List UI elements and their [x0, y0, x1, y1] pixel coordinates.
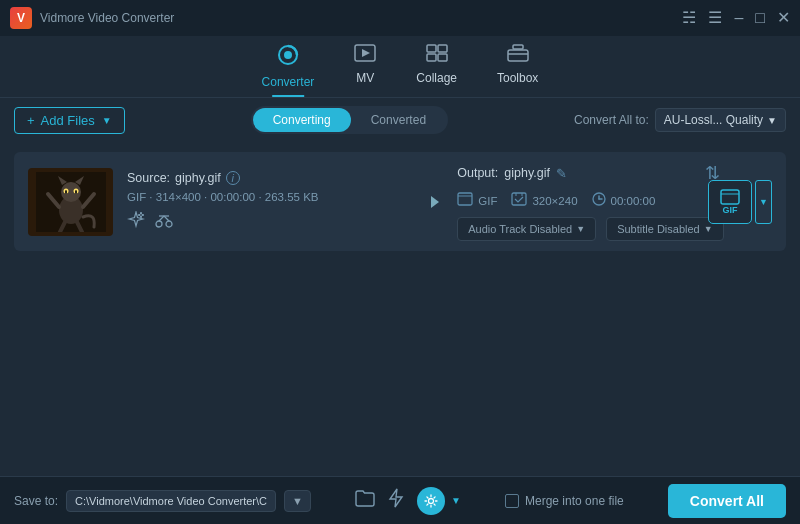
output-resolution-value: 320×240: [532, 195, 577, 207]
svg-rect-7: [513, 45, 523, 49]
convert-all-to-label: Convert All to:: [574, 113, 649, 127]
merge-label: Merge into one file: [525, 494, 624, 508]
add-files-label: Add Files: [41, 113, 95, 128]
converting-tab[interactable]: Converting: [253, 108, 351, 132]
toolbar: + Add Files ▼ Converting Converted Conve…: [0, 98, 800, 142]
toolbox-icon: [507, 44, 529, 67]
add-files-button[interactable]: + Add Files ▼: [14, 107, 125, 134]
titlebar-controls: ☵ ☰ – □ ✕: [682, 10, 790, 26]
file-meta: GIF · 314×400 · 00:00:00 · 263.55 KB: [127, 191, 389, 203]
svg-point-23: [156, 221, 162, 227]
file-actions: [127, 211, 389, 233]
output-duration-detail: 00:00:00: [592, 192, 656, 209]
svg-line-26: [164, 216, 169, 221]
bottom-icons: ▼: [355, 487, 461, 515]
message-icon[interactable]: ☵: [682, 10, 696, 26]
svg-point-24: [166, 221, 172, 227]
svg-marker-40: [390, 489, 402, 507]
svg-rect-8: [508, 50, 528, 61]
output-label: Output:: [457, 166, 498, 180]
flash-icon[interactable]: [387, 488, 405, 513]
convert-dropdown-value: AU-Lossl... Quality: [664, 113, 763, 127]
format-box: GIF ▼: [708, 180, 772, 224]
svg-marker-29: [431, 196, 439, 208]
svg-point-17: [65, 190, 67, 194]
format-button-label: GIF: [723, 205, 738, 215]
subtitle-chevron-icon: ▼: [704, 224, 713, 234]
duration-icon: [592, 192, 606, 209]
convert-all-to: Convert All to: AU-Lossl... Quality ▼: [574, 108, 786, 132]
resolution-icon: [511, 192, 527, 209]
output-format-value: GIF: [478, 195, 497, 207]
format-icon: [457, 192, 473, 209]
format-dropdown-arrow[interactable]: ▼: [755, 180, 772, 224]
svg-line-25: [159, 216, 164, 221]
converter-label: Converter: [262, 75, 315, 89]
titlebar-title: Vidmore Video Converter: [40, 11, 174, 25]
enhance-icon[interactable]: [127, 211, 145, 233]
collage-label: Collage: [416, 71, 457, 85]
source-label: Source:: [127, 171, 170, 185]
tab-converter[interactable]: Converter: [262, 44, 315, 97]
save-path-input[interactable]: [66, 490, 276, 512]
subtitle-value: Subtitle Disabled: [617, 223, 700, 235]
collage-icon: [426, 44, 448, 67]
cut-icon[interactable]: [155, 211, 173, 233]
svg-rect-30: [458, 193, 472, 205]
edit-filename-icon[interactable]: ✎: [556, 166, 567, 181]
converted-tab[interactable]: Converted: [351, 108, 446, 132]
svg-point-18: [75, 190, 77, 194]
add-files-chevron: ▼: [102, 115, 112, 126]
tab-collage[interactable]: Collage: [416, 44, 457, 97]
format-button[interactable]: GIF: [708, 180, 752, 224]
output-format-detail: GIF: [457, 192, 497, 209]
output-filename-value: giphy.gif: [504, 166, 550, 180]
toolbox-label: Toolbox: [497, 71, 538, 85]
output-duration-value: 00:00:00: [611, 195, 656, 207]
tab-toolbox[interactable]: Toolbox: [497, 44, 538, 97]
minimize-icon[interactable]: –: [734, 10, 743, 26]
arrow-area: [403, 190, 443, 214]
plus-icon: +: [27, 113, 35, 128]
dropdown-chevron: ▼: [767, 115, 777, 126]
subtitle-dropdown[interactable]: Subtitle Disabled ▼: [606, 217, 723, 241]
merge-checkbox[interactable]: [505, 494, 519, 508]
save-path-section: Save to: ▼: [14, 490, 311, 512]
mv-label: MV: [356, 71, 374, 85]
thumbnail-image: [28, 168, 113, 236]
menu-icon[interactable]: ☰: [708, 10, 722, 26]
nav-tabs: Converter MV Collage: [0, 36, 800, 98]
close-icon[interactable]: ✕: [777, 10, 790, 26]
svg-rect-6: [438, 54, 447, 61]
file-source: Source: giphy.gif i: [127, 171, 389, 185]
svg-rect-32: [512, 193, 526, 205]
main-content: Source: giphy.gif i GIF · 314×400 · 00:0…: [0, 142, 800, 261]
maximize-icon[interactable]: □: [755, 10, 765, 26]
svg-rect-3: [427, 45, 436, 52]
file-card: Source: giphy.gif i GIF · 314×400 · 00:0…: [14, 152, 786, 251]
settings-dropdown-arrow[interactable]: ▼: [451, 495, 461, 506]
thumbnail: [28, 168, 113, 236]
titlebar-left: V Vidmore Video Converter: [10, 7, 174, 29]
audio-chevron-icon: ▼: [576, 224, 585, 234]
output-filename: Output: giphy.gif ✎: [457, 166, 567, 181]
svg-point-1: [284, 51, 292, 59]
converter-icon: [277, 44, 299, 71]
titlebar: V Vidmore Video Converter ☵ ☰ – □ ✕: [0, 0, 800, 36]
svg-point-41: [429, 498, 434, 503]
save-path-dropdown-button[interactable]: ▼: [284, 490, 311, 512]
settings-icon[interactable]: [417, 487, 445, 515]
info-icon[interactable]: i: [226, 171, 240, 185]
bottom-bar: Save to: ▼ ▼ Merge into one file Convert…: [0, 476, 800, 524]
file-info: Source: giphy.gif i GIF · 314×400 · 00:0…: [127, 171, 389, 233]
svg-rect-38: [721, 190, 739, 204]
save-to-label: Save to:: [14, 494, 58, 508]
folder-icon[interactable]: [355, 489, 375, 512]
tab-mv[interactable]: MV: [354, 44, 376, 97]
output-resolution-detail: 320×240: [511, 192, 577, 209]
convert-format-dropdown[interactable]: AU-Lossl... Quality ▼: [655, 108, 786, 132]
convert-all-button[interactable]: Convert All: [668, 484, 786, 518]
svg-rect-4: [438, 45, 447, 52]
source-filename: giphy.gif: [175, 171, 221, 185]
audio-track-dropdown[interactable]: Audio Track Disabled ▼: [457, 217, 596, 241]
